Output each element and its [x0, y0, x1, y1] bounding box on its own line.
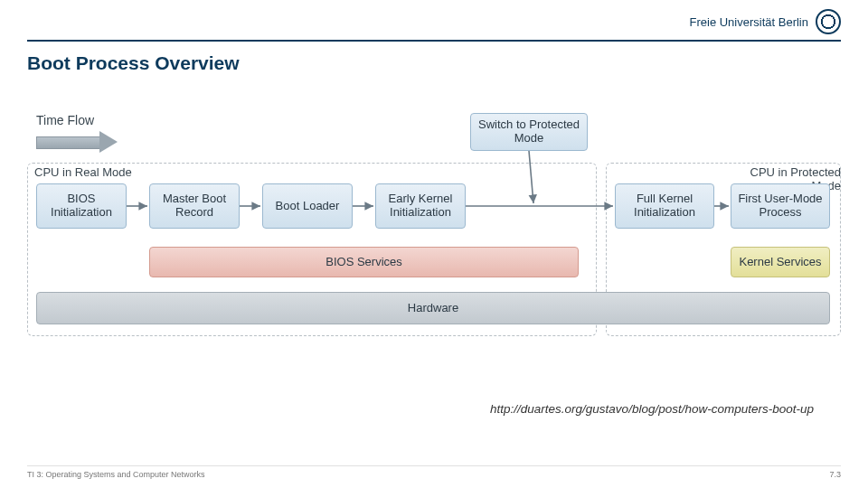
stage-text: BIOS Initialization	[42, 192, 120, 220]
stage-early-kernel: Early Kernel Initialization	[375, 183, 466, 229]
time-flow-arrow-icon	[36, 131, 118, 153]
stage-text: Boot Loader	[276, 200, 340, 213]
stage-text: Master Boot Record	[156, 192, 233, 220]
slide-root: Freie Universität Berlin Boot Process Ov…	[0, 0, 868, 488]
source-url: http://duartes.org/gustavo/blog/post/how…	[490, 402, 814, 416]
layer-text: Hardware	[408, 302, 458, 315]
layer-bios-services: BIOS Services	[149, 247, 579, 277]
stage-text: Full Kernel Initialization	[621, 192, 708, 220]
stage-boot-loader: Boot Loader	[262, 183, 353, 229]
brand-logo: Freie Universität Berlin	[690, 9, 842, 34]
switch-protected-box: Switch to Protected Mode	[470, 113, 588, 151]
seal-icon	[816, 9, 841, 34]
footer-right: 7.3	[829, 470, 841, 479]
brand-name: Freie Universität Berlin	[690, 15, 809, 29]
page-title: Boot Process Overview	[27, 52, 240, 74]
switch-protected-text: Switch to Protected Mode	[476, 118, 581, 145]
stage-text: First User-Mode Process	[737, 192, 824, 220]
stage-bios-init: BIOS Initialization	[36, 183, 127, 229]
boot-diagram: Time Flow Switch to Protected Mode CPU i…	[27, 113, 841, 339]
layer-text: Kernel Services	[739, 256, 821, 269]
stage-text: Early Kernel Initialization	[382, 192, 459, 220]
header-rule	[27, 40, 841, 42]
time-flow-label: Time Flow	[36, 113, 94, 127]
stage-first-user: First User-Mode Process	[731, 183, 830, 229]
layer-kernel-services: Kernel Services	[731, 247, 830, 277]
stage-mbr: Master Boot Record	[149, 183, 240, 229]
real-mode-label: CPU in Real Mode	[34, 165, 132, 179]
layer-text: BIOS Services	[326, 256, 402, 269]
footer-left: TI 3: Operating Systems and Computer Net…	[27, 470, 205, 479]
stage-full-kernel: Full Kernel Initialization	[615, 183, 714, 229]
slide-footer: TI 3: Operating Systems and Computer Net…	[27, 465, 841, 479]
layer-hardware: Hardware	[36, 292, 830, 324]
